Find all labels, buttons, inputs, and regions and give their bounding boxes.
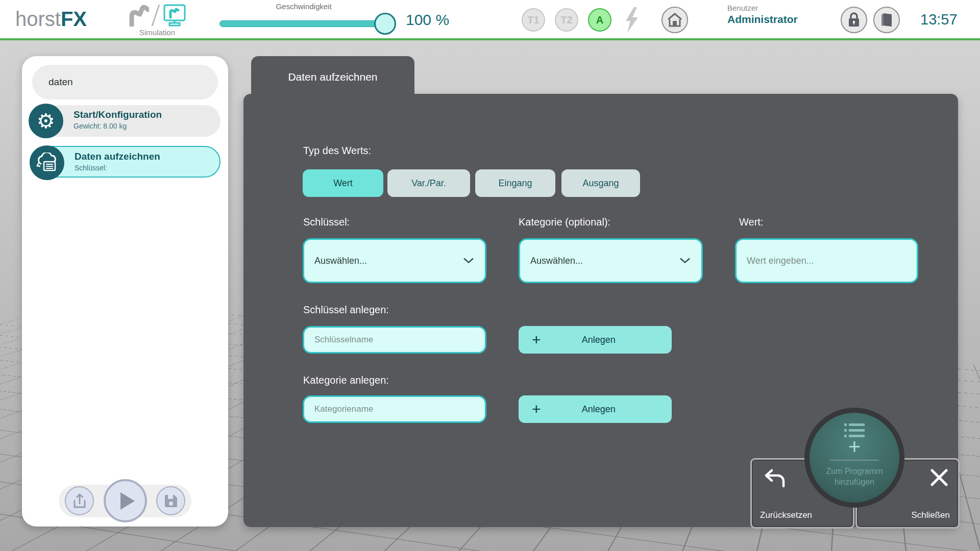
key-label: Schlüssel: (303, 216, 350, 228)
simulation-label: Simulation (124, 28, 190, 37)
create-category-button[interactable]: + Anlegen (519, 395, 672, 423)
save-icon (164, 494, 178, 508)
create-category-label: Kategorie anlegen: (303, 374, 389, 386)
create-key-label: Schlüssel anlegen: (303, 304, 389, 316)
category-select-value: Auswählen... (530, 256, 583, 266)
program-sidebar: ⚙ Start/Konfiguration Gewicht: 8.00 kg (22, 56, 228, 527)
type-option-ausgang[interactable]: Ausgang (561, 169, 640, 197)
slash-icon (151, 4, 160, 27)
lock-icon (847, 12, 861, 28)
home-button[interactable] (662, 7, 688, 33)
type-label: Typ des Werts: (303, 145, 371, 157)
gear-icon: ⚙ (29, 104, 63, 138)
robot-arm-icon (128, 4, 149, 27)
create-key-field[interactable] (303, 326, 486, 354)
user-label: Benutzer (727, 4, 798, 12)
sidebar-search-input[interactable] (48, 65, 202, 99)
home-icon (667, 13, 682, 27)
sidebar-item-start-konfiguration[interactable]: ⚙ Start/Konfiguration Gewicht: 8.00 kg (30, 105, 220, 137)
create-key-button[interactable]: + Anlegen (519, 326, 672, 354)
mode-auto-button[interactable]: A (588, 8, 611, 32)
power-lightning-icon (622, 7, 642, 33)
logo-text-bold: FX (61, 8, 87, 30)
top-bar: horstFX Simulation Geschwindigkeit 1 (0, 0, 980, 40)
key-select[interactable]: Auswählen... (303, 238, 486, 283)
speed-value: 100 % (406, 11, 449, 29)
export-icon (72, 493, 87, 509)
sidebar-item-subtitle: Schlüssel: (75, 164, 160, 172)
type-option-wert[interactable]: Wert (303, 169, 383, 197)
sidebar-item-subtitle: Gewicht: 8.00 kg (74, 122, 162, 130)
add-to-program-line1: Zum Programm (826, 466, 883, 477)
manual-button[interactable] (873, 7, 900, 33)
play-button[interactable] (104, 479, 147, 522)
plus-icon: + (848, 438, 861, 456)
category-select[interactable]: Auswählen... (519, 238, 703, 283)
user-info: Benutzer Administrator (727, 4, 798, 26)
close-icon (929, 468, 949, 487)
divider (830, 460, 879, 461)
clock: 13:57 (920, 11, 958, 28)
sidebar-item-daten-aufzeichnen[interactable]: Daten aufzeichnen Schlüssel: (30, 146, 220, 178)
category-label: Kategorie (optional): (519, 216, 610, 228)
app-logo: horstFX (15, 8, 87, 31)
mode-t1-button[interactable]: T1 (522, 8, 545, 32)
save-button[interactable] (156, 486, 185, 515)
simulation-monitor-icon (162, 3, 187, 28)
create-category-field[interactable] (303, 395, 486, 423)
book-icon (880, 12, 893, 28)
key-select-value: Auswählen... (314, 256, 367, 266)
cloud-record-icon (30, 145, 64, 180)
value-label: Wert: (739, 216, 763, 228)
play-icon (120, 492, 135, 510)
create-key-input[interactable] (314, 328, 468, 352)
value-input[interactable] (747, 240, 900, 282)
value-field[interactable] (735, 238, 918, 283)
user-name: Administrator (727, 13, 798, 26)
speed-slider-handle[interactable] (374, 13, 396, 35)
app-stage: horstFX Simulation Geschwindigkeit 1 (0, 0, 980, 551)
type-option-eingang[interactable]: Eingang (475, 169, 555, 197)
sidebar-search[interactable] (32, 65, 218, 99)
speed-slider-track[interactable] (219, 20, 396, 27)
mode-t2-button[interactable]: T2 (555, 8, 578, 32)
sidebar-bottom-toolbar (59, 485, 191, 517)
simulation-toggle[interactable]: Simulation (124, 3, 190, 37)
speed-label: Geschwindigkeit (255, 2, 352, 11)
sidebar-item-title: Daten aufzeichnen (75, 151, 160, 162)
create-category-input[interactable] (314, 397, 468, 421)
add-to-program-button[interactable]: + Zum Programm hinzufügen (804, 408, 904, 508)
type-option-var-par[interactable]: Var./Par. (387, 169, 470, 197)
chevron-down-icon (680, 258, 690, 264)
undo-icon (761, 468, 786, 488)
tab-daten-aufzeichnen[interactable]: Daten aufzeichnen (251, 56, 414, 98)
add-to-program-line2: hinzufügen (826, 477, 883, 487)
lock-button[interactable] (841, 7, 867, 33)
export-button[interactable] (65, 486, 94, 515)
sidebar-item-title: Start/Konfiguration (74, 109, 162, 120)
chevron-down-icon (463, 258, 474, 264)
logo-text-thin: horst (15, 8, 61, 30)
